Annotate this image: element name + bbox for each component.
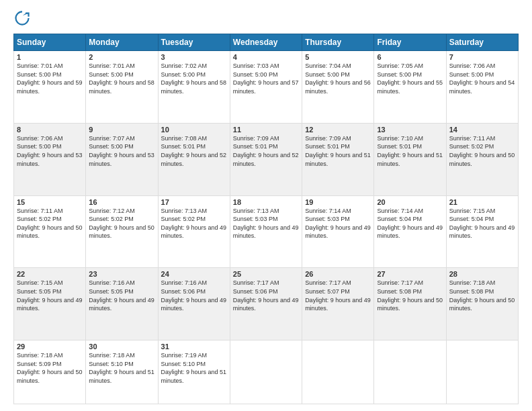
- day-info: Sunrise: 7:16 AM Sunset: 5:05 PM Dayligh…: [89, 279, 154, 312]
- day-info: Sunrise: 7:18 AM Sunset: 5:10 PM Dayligh…: [89, 351, 154, 385]
- day-number: 27: [377, 270, 443, 278]
- day-info: Sunrise: 7:06 AM Sunset: 5:00 PM Dayligh…: [449, 62, 515, 95]
- day-info: Sunrise: 7:09 AM Sunset: 5:01 PM Dayligh…: [305, 134, 371, 168]
- day-info: Sunrise: 7:01 AM Sunset: 5:00 PM Dayligh…: [17, 62, 83, 95]
- calendar-cell: 29 Sunrise: 7:18 AM Sunset: 5:09 PM Dayl…: [14, 340, 86, 404]
- calendar-week-row: 29 Sunrise: 7:18 AM Sunset: 5:09 PM Dayl…: [14, 340, 519, 404]
- calendar-cell: 24 Sunrise: 7:16 AM Sunset: 5:06 PM Dayl…: [158, 268, 230, 340]
- calendar-cell: 2 Sunrise: 7:01 AM Sunset: 5:00 PM Dayli…: [86, 51, 158, 124]
- day-number: 29: [17, 342, 83, 351]
- col-header-saturday: Saturday: [446, 34, 518, 51]
- logo: [13, 11, 31, 28]
- day-info: Sunrise: 7:12 AM Sunset: 5:02 PM Dayligh…: [89, 207, 154, 240]
- day-info: Sunrise: 7:07 AM Sunset: 5:00 PM Dayligh…: [89, 134, 154, 168]
- calendar-cell: 12 Sunrise: 7:09 AM Sunset: 5:01 PM Dayl…: [302, 123, 374, 195]
- calendar-cell: 27 Sunrise: 7:17 AM Sunset: 5:08 PM Dayl…: [374, 268, 446, 340]
- calendar-week-row: 1 Sunrise: 7:01 AM Sunset: 5:00 PM Dayli…: [14, 51, 519, 124]
- calendar-cell: [446, 340, 518, 404]
- day-info: Sunrise: 7:03 AM Sunset: 5:00 PM Dayligh…: [233, 62, 299, 95]
- col-header-sunday: Sunday: [14, 34, 86, 51]
- calendar-cell: 31 Sunrise: 7:19 AM Sunset: 5:10 PM Dayl…: [158, 340, 230, 404]
- calendar-cell: [374, 340, 446, 404]
- calendar-cell: 22 Sunrise: 7:15 AM Sunset: 5:05 PM Dayl…: [14, 268, 86, 340]
- day-number: 2: [89, 53, 154, 61]
- day-number: 25: [233, 270, 299, 278]
- calendar-cell: 11 Sunrise: 7:09 AM Sunset: 5:01 PM Dayl…: [230, 123, 302, 195]
- logo-icon: [15, 11, 30, 26]
- calendar-cell: 5 Sunrise: 7:04 AM Sunset: 5:00 PM Dayli…: [302, 51, 374, 124]
- day-number: 3: [161, 53, 227, 61]
- day-number: 13: [377, 126, 443, 134]
- day-number: 4: [233, 53, 299, 61]
- calendar-cell: 3 Sunrise: 7:02 AM Sunset: 5:00 PM Dayli…: [158, 51, 230, 124]
- calendar-cell: 23 Sunrise: 7:16 AM Sunset: 5:05 PM Dayl…: [86, 268, 158, 340]
- day-number: 12: [305, 126, 371, 134]
- col-header-thursday: Thursday: [302, 34, 374, 51]
- day-number: 28: [449, 270, 515, 278]
- day-info: Sunrise: 7:09 AM Sunset: 5:01 PM Dayligh…: [233, 134, 299, 168]
- day-number: 17: [161, 198, 227, 206]
- day-number: 23: [89, 270, 154, 278]
- calendar-cell: 25 Sunrise: 7:17 AM Sunset: 5:06 PM Dayl…: [230, 268, 302, 340]
- day-info: Sunrise: 7:15 AM Sunset: 5:04 PM Dayligh…: [449, 207, 515, 240]
- calendar-cell: 30 Sunrise: 7:18 AM Sunset: 5:10 PM Dayl…: [86, 340, 158, 404]
- day-info: Sunrise: 7:18 AM Sunset: 5:09 PM Dayligh…: [17, 351, 83, 385]
- calendar-cell: 4 Sunrise: 7:03 AM Sunset: 5:00 PM Dayli…: [230, 51, 302, 124]
- day-info: Sunrise: 7:17 AM Sunset: 5:06 PM Dayligh…: [233, 279, 299, 312]
- col-header-wednesday: Wednesday: [230, 34, 302, 51]
- calendar-cell: 19 Sunrise: 7:14 AM Sunset: 5:03 PM Dayl…: [302, 195, 374, 268]
- day-info: Sunrise: 7:01 AM Sunset: 5:00 PM Dayligh…: [89, 62, 154, 95]
- day-number: 15: [17, 198, 83, 206]
- calendar-week-row: 15 Sunrise: 7:11 AM Sunset: 5:02 PM Dayl…: [14, 195, 519, 268]
- day-number: 16: [89, 198, 154, 206]
- calendar-cell: 6 Sunrise: 7:05 AM Sunset: 5:00 PM Dayli…: [374, 51, 446, 124]
- day-info: Sunrise: 7:18 AM Sunset: 5:08 PM Dayligh…: [449, 279, 515, 312]
- calendar-cell: 14 Sunrise: 7:11 AM Sunset: 5:02 PM Dayl…: [446, 123, 518, 195]
- calendar-cell: 13 Sunrise: 7:10 AM Sunset: 5:01 PM Dayl…: [374, 123, 446, 195]
- day-info: Sunrise: 7:08 AM Sunset: 5:01 PM Dayligh…: [161, 134, 227, 168]
- calendar-week-row: 8 Sunrise: 7:06 AM Sunset: 5:00 PM Dayli…: [14, 123, 519, 195]
- calendar-cell: 16 Sunrise: 7:12 AM Sunset: 5:02 PM Dayl…: [86, 195, 158, 268]
- day-number: 1: [17, 53, 83, 61]
- day-number: 26: [305, 270, 371, 278]
- day-number: 18: [233, 198, 299, 206]
- day-info: Sunrise: 7:19 AM Sunset: 5:10 PM Dayligh…: [161, 351, 227, 385]
- col-header-monday: Monday: [86, 34, 158, 51]
- calendar-cell: [302, 340, 374, 404]
- day-number: 6: [377, 53, 443, 61]
- day-info: Sunrise: 7:13 AM Sunset: 5:02 PM Dayligh…: [161, 207, 227, 240]
- calendar-cell: 28 Sunrise: 7:18 AM Sunset: 5:08 PM Dayl…: [446, 268, 518, 340]
- day-number: 20: [377, 198, 443, 206]
- calendar-cell: 17 Sunrise: 7:13 AM Sunset: 5:02 PM Dayl…: [158, 195, 230, 268]
- day-number: 30: [89, 342, 154, 351]
- day-info: Sunrise: 7:14 AM Sunset: 5:04 PM Dayligh…: [377, 207, 443, 240]
- day-number: 10: [161, 126, 227, 134]
- day-info: Sunrise: 7:13 AM Sunset: 5:03 PM Dayligh…: [233, 207, 299, 240]
- col-header-friday: Friday: [374, 34, 446, 51]
- page: SundayMondayTuesdayWednesdayThursdayFrid…: [0, 0, 532, 411]
- calendar-cell: 10 Sunrise: 7:08 AM Sunset: 5:01 PM Dayl…: [158, 123, 230, 195]
- day-number: 7: [449, 53, 515, 61]
- day-info: Sunrise: 7:02 AM Sunset: 5:00 PM Dayligh…: [161, 62, 227, 95]
- calendar-cell: 9 Sunrise: 7:07 AM Sunset: 5:00 PM Dayli…: [86, 123, 158, 195]
- day-number: 5: [305, 53, 371, 61]
- day-number: 21: [449, 198, 515, 206]
- calendar-cell: 8 Sunrise: 7:06 AM Sunset: 5:00 PM Dayli…: [14, 123, 86, 195]
- day-info: Sunrise: 7:11 AM Sunset: 5:02 PM Dayligh…: [449, 134, 515, 168]
- day-info: Sunrise: 7:04 AM Sunset: 5:00 PM Dayligh…: [305, 62, 371, 95]
- calendar-cell: 26 Sunrise: 7:17 AM Sunset: 5:07 PM Dayl…: [302, 268, 374, 340]
- day-info: Sunrise: 7:16 AM Sunset: 5:06 PM Dayligh…: [161, 279, 227, 312]
- day-info: Sunrise: 7:17 AM Sunset: 5:07 PM Dayligh…: [305, 279, 371, 312]
- day-info: Sunrise: 7:05 AM Sunset: 5:00 PM Dayligh…: [377, 62, 443, 95]
- day-number: 9: [89, 126, 154, 134]
- day-info: Sunrise: 7:14 AM Sunset: 5:03 PM Dayligh…: [305, 207, 371, 240]
- day-number: 19: [305, 198, 371, 206]
- day-info: Sunrise: 7:17 AM Sunset: 5:08 PM Dayligh…: [377, 279, 443, 312]
- day-info: Sunrise: 7:11 AM Sunset: 5:02 PM Dayligh…: [17, 207, 83, 240]
- header: [13, 11, 519, 28]
- day-number: 24: [161, 270, 227, 278]
- day-number: 14: [449, 126, 515, 134]
- calendar-cell: 7 Sunrise: 7:06 AM Sunset: 5:00 PM Dayli…: [446, 51, 518, 124]
- calendar-table: SundayMondayTuesdayWednesdayThursdayFrid…: [13, 34, 519, 404]
- day-number: 22: [17, 270, 83, 278]
